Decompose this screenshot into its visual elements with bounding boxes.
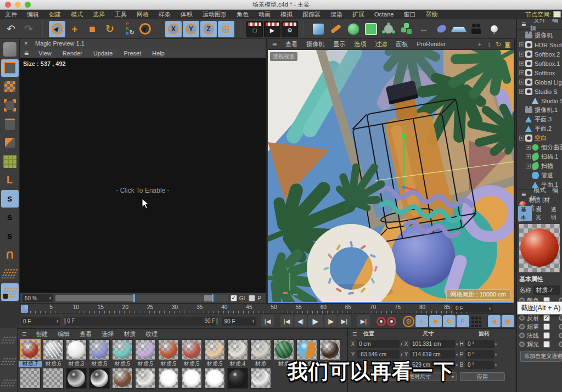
snap-enable-button[interactable]: S xyxy=(1,190,19,208)
material-name-field[interactable]: 材质.7 xyxy=(533,285,560,295)
rotation-value-field[interactable]: 0 ° xyxy=(465,361,494,369)
object-tree-row[interactable]: +空白 xyxy=(517,133,562,143)
material-thumbnail[interactable] xyxy=(181,368,202,389)
material-thumbnail[interactable] xyxy=(135,368,156,389)
lock-y-axis-button[interactable]: Y xyxy=(183,21,199,37)
channel-checkbox[interactable]: ✓ xyxy=(543,323,550,330)
menu-item[interactable]: 选项 xyxy=(350,41,370,47)
material-item[interactable] xyxy=(88,367,111,389)
expander-icon[interactable]: + xyxy=(519,61,524,66)
object-label[interactable]: 平面.2 xyxy=(535,125,552,133)
material-thumbnail[interactable] xyxy=(204,368,225,389)
start-frame-field[interactable]: 0 F ▴▾ xyxy=(21,317,60,326)
material-thumbnail[interactable] xyxy=(89,368,110,389)
key-pla-button[interactable] xyxy=(470,316,481,327)
channel-checkbox[interactable]: ✓ xyxy=(543,315,550,321)
expander-icon[interactable]: + xyxy=(519,70,524,75)
material-grid-3-button[interactable] xyxy=(0,376,18,391)
menu-item[interactable]: 选择 xyxy=(88,11,110,18)
menu-item[interactable]: 过滤 xyxy=(370,41,391,47)
channel-checkbox[interactable]: ✓ xyxy=(543,332,550,339)
material-item[interactable]: 材质.3 xyxy=(65,339,88,367)
texture-mode-button[interactable] xyxy=(1,78,19,96)
object-tree-row[interactable]: +Softbox xyxy=(517,68,562,77)
channel-state-icon[interactable] xyxy=(559,315,562,321)
material-item[interactable]: 材质 xyxy=(249,339,272,367)
material-thumbnail[interactable] xyxy=(319,339,340,360)
material-item[interactable] xyxy=(42,367,65,389)
attribute-tab[interactable]: 透明 xyxy=(548,206,562,221)
add-custom-channel-button[interactable]: 添加自定义通道 xyxy=(520,351,562,362)
object-label[interactable]: 扫描.1 xyxy=(541,153,558,161)
rotation-value-field[interactable]: 0 ° xyxy=(465,340,494,348)
material-thumbnail[interactable] xyxy=(43,368,64,389)
object-label[interactable]: 细分曲面 xyxy=(541,143,562,152)
object-label[interactable]: Studio S xyxy=(541,98,562,104)
material-thumbnail[interactable] xyxy=(204,339,225,360)
hamburger-icon[interactable]: ≡ xyxy=(517,20,530,29)
zoom-icon[interactable]: ↕ xyxy=(485,41,493,48)
object-label[interactable]: Studio S xyxy=(535,88,558,95)
material-thumbnail[interactable] xyxy=(20,368,41,389)
render-settings-button[interactable]: ⚙ xyxy=(282,21,298,37)
point-mode-button[interactable] xyxy=(1,97,19,114)
menu-item[interactable]: 编辑 xyxy=(53,331,75,337)
material-item[interactable] xyxy=(226,367,249,389)
object-label[interactable]: Softbox.1 xyxy=(535,60,560,67)
live-selection-button[interactable] xyxy=(49,21,65,37)
stepper-icon[interactable]: ▴▾ xyxy=(495,343,497,346)
position-value-field[interactable]: 0 cm xyxy=(357,340,400,348)
object-label[interactable]: 空白 xyxy=(535,134,547,142)
primitive-cube-button[interactable] xyxy=(310,21,327,37)
apply-button[interactable]: 应用 xyxy=(460,372,505,381)
gi-checkbox[interactable]: ✓ xyxy=(231,295,237,301)
maximize-icon[interactable]: ▣ xyxy=(504,41,512,48)
material-item[interactable] xyxy=(203,367,226,389)
material-item[interactable]: 材质.5 xyxy=(180,339,203,367)
menu-item[interactable]: 面板 xyxy=(391,41,412,47)
size-value-field[interactable]: 101.331 cm xyxy=(410,340,455,348)
menu-item[interactable]: 角色 xyxy=(232,11,254,18)
material-item[interactable]: 材质.5 xyxy=(88,339,111,367)
material-thumbnail[interactable] xyxy=(89,339,110,360)
preview-zoom-field[interactable]: 50 % ▴▾ xyxy=(23,294,53,302)
channel-state-icon[interactable] xyxy=(559,333,562,338)
object-tree-row[interactable]: +Studio S xyxy=(517,87,562,96)
object-tree-row[interactable]: +Softbox.1 xyxy=(517,59,562,68)
menu-item[interactable]: 文件 xyxy=(0,11,22,18)
menu-item[interactable]: 网格 xyxy=(132,11,154,18)
material-item[interactable] xyxy=(249,367,272,389)
subdivision-surface-button[interactable] xyxy=(345,21,362,37)
floor-environment-button[interactable] xyxy=(451,21,467,37)
object-label[interactable]: 平面.3 xyxy=(535,115,552,124)
close-icon[interactable]: × xyxy=(24,40,31,47)
lock-x-axis-button[interactable]: X xyxy=(165,21,182,37)
autokey-button[interactable] xyxy=(387,317,396,326)
menu-item[interactable]: 体积 xyxy=(176,11,198,18)
material-item[interactable] xyxy=(180,367,203,389)
model-mode-button[interactable] xyxy=(1,59,19,77)
key-scale-button[interactable]: ■ xyxy=(429,315,442,327)
menu-item[interactable]: 模拟 xyxy=(276,11,297,18)
menu-item[interactable]: 渲染 xyxy=(325,11,347,18)
object-tree-row[interactable]: 平面.3 xyxy=(517,115,562,124)
stepper-icon[interactable]: ▴▾ xyxy=(252,320,254,323)
menu-item[interactable]: 文件 xyxy=(530,19,549,23)
material-item[interactable]: 材质.5 xyxy=(203,339,226,367)
prev-frame-button[interactable]: ◀| xyxy=(294,315,307,327)
key-rotation-button[interactable]: ↻ xyxy=(443,315,456,327)
expander-icon[interactable]: + xyxy=(519,42,524,47)
material-thumbnail[interactable] xyxy=(296,339,317,360)
stepper-icon[interactable]: ▴▾ xyxy=(456,353,458,356)
stepper-icon[interactable]: ▴▾ xyxy=(495,363,497,367)
object-tree-row[interactable]: +扫描 xyxy=(517,161,562,171)
nodespace-value-chip[interactable] xyxy=(553,11,561,18)
expander-icon[interactable]: + xyxy=(519,89,524,94)
hamburger-icon[interactable]: ≡ xyxy=(348,329,361,338)
key-position-button[interactable]: + xyxy=(415,315,428,327)
object-label[interactable]: 管道 xyxy=(541,171,553,180)
material-preview[interactable] xyxy=(519,224,560,272)
uv-mode-button[interactable] xyxy=(1,153,19,170)
object-tree-row[interactable]: +细分曲面 xyxy=(517,143,562,152)
goto-start-button[interactable]: |◀ xyxy=(261,315,274,327)
